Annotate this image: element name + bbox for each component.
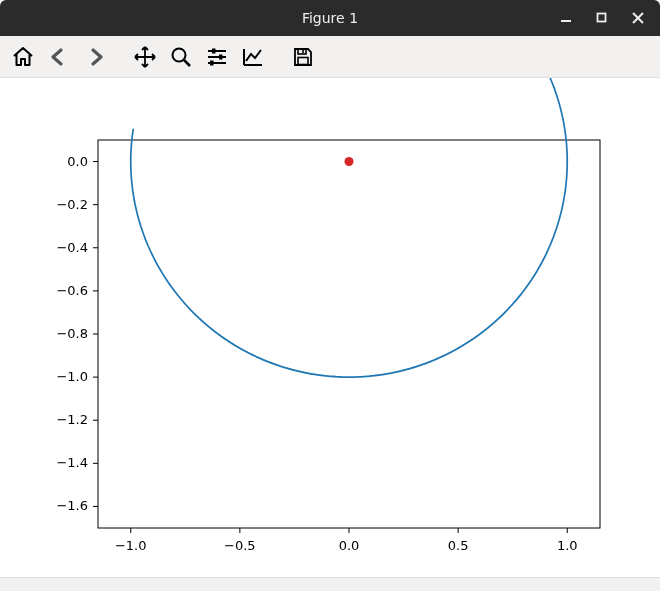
minimize-button[interactable] xyxy=(548,0,584,36)
plot-area[interactable]: −1.0−0.50.00.51.00.0−0.2−0.4−0.6−0.8−1.0… xyxy=(0,78,660,591)
plot-canvas: −1.0−0.50.00.51.00.0−0.2−0.4−0.6−0.8−1.0… xyxy=(0,78,660,591)
maximize-icon xyxy=(595,11,609,25)
svg-rect-11 xyxy=(210,60,214,65)
toolbar-separator xyxy=(272,40,284,74)
titlebar[interactable]: Figure 1 xyxy=(0,0,660,36)
svg-point-4 xyxy=(173,48,186,61)
y-tick-label: −0.4 xyxy=(56,240,88,255)
right-arrow-icon xyxy=(83,45,107,69)
y-tick-label: −1.4 xyxy=(56,455,88,470)
chart-line-icon xyxy=(241,45,265,69)
y-tick-label: −0.8 xyxy=(56,326,88,341)
figure-window: Figure 1 xyxy=(0,0,660,605)
x-tick-label: −1.0 xyxy=(115,538,147,553)
forward-button[interactable] xyxy=(78,40,112,74)
x-tick-label: 0.0 xyxy=(339,538,360,553)
status-bar xyxy=(0,577,660,591)
axes-frame xyxy=(98,140,600,528)
pan-button[interactable] xyxy=(128,40,162,74)
configure-subplots-button[interactable] xyxy=(200,40,234,74)
svg-rect-10 xyxy=(219,54,223,59)
left-arrow-icon xyxy=(47,45,71,69)
toolbar xyxy=(0,36,660,78)
y-tick-label: −1.6 xyxy=(56,498,88,513)
sliders-icon xyxy=(205,45,229,69)
maximize-button[interactable] xyxy=(584,0,620,36)
toolbar-separator xyxy=(114,40,126,74)
window-title: Figure 1 xyxy=(302,10,358,26)
svg-rect-12 xyxy=(298,49,306,54)
home-button[interactable] xyxy=(6,40,40,74)
x-tick-label: 1.0 xyxy=(557,538,578,553)
minimize-icon xyxy=(559,11,573,25)
y-tick-label: −1.0 xyxy=(56,369,88,384)
svg-rect-9 xyxy=(212,48,216,53)
x-tick-label: 0.5 xyxy=(448,538,469,553)
y-tick-label: −0.2 xyxy=(56,197,88,212)
close-button[interactable] xyxy=(620,0,656,36)
save-icon xyxy=(291,45,315,69)
pan-icon xyxy=(133,45,157,69)
x-tick-label: −0.5 xyxy=(224,538,256,553)
svg-line-5 xyxy=(184,60,190,66)
svg-rect-13 xyxy=(298,57,308,64)
pivot-marker xyxy=(345,157,354,166)
save-button[interactable] xyxy=(286,40,320,74)
window-controls xyxy=(548,0,656,36)
close-icon xyxy=(631,11,645,25)
zoom-icon xyxy=(169,45,193,69)
y-tick-label: 0.0 xyxy=(67,154,88,169)
svg-rect-1 xyxy=(598,14,606,22)
zoom-button[interactable] xyxy=(164,40,198,74)
edit-axes-button[interactable] xyxy=(236,40,270,74)
y-tick-label: −0.6 xyxy=(56,283,88,298)
y-tick-label: −1.2 xyxy=(56,412,88,427)
back-button[interactable] xyxy=(42,40,76,74)
home-icon xyxy=(11,45,35,69)
